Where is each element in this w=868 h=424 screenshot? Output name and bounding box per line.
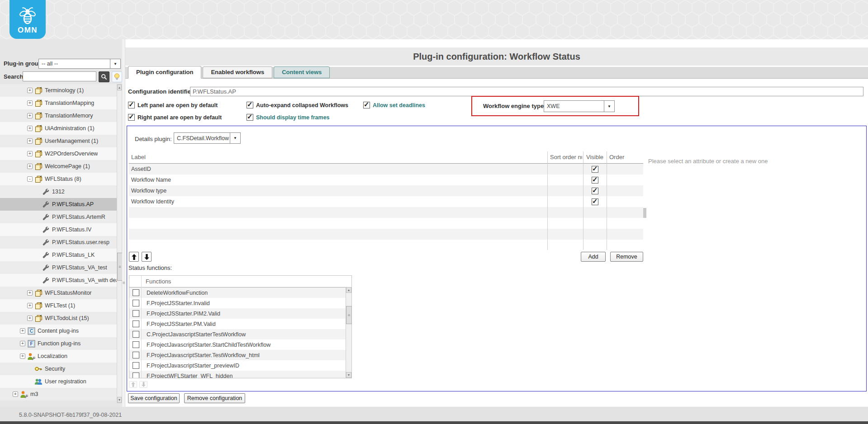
tree-item[interactable]: +CContent plug-ins	[0, 325, 117, 337]
scroll-down-icon[interactable]: ▼	[117, 397, 122, 403]
move-up-button-disabled[interactable]	[129, 381, 137, 388]
tree-item[interactable]: P.WFLStatus.AP	[0, 198, 117, 211]
move-down-button-disabled[interactable]	[139, 381, 147, 388]
function-checkbox[interactable]	[133, 289, 139, 296]
tab-enabled-workflows[interactable]: Enabled workflows	[203, 66, 272, 78]
tree-item[interactable]: +UiAdministration (1)	[0, 122, 117, 135]
table-row[interactable]: F.ProjectWFLStarter_WFL_hidden	[129, 371, 346, 378]
move-up-button[interactable]	[129, 252, 139, 262]
table-row[interactable]: AssetID	[129, 164, 643, 174]
tree-item[interactable]: P.WFLStatus.ArtemR	[0, 211, 117, 223]
expand-icon[interactable]: +	[20, 341, 25, 346]
tree-item[interactable]: P.WFLStatus_VA_test	[0, 261, 117, 274]
table-row[interactable]: Workflow Name	[129, 174, 643, 185]
search-button[interactable]	[99, 71, 109, 82]
expand-icon[interactable]: +	[27, 151, 33, 156]
panel-splitter[interactable]: ≡	[122, 39, 125, 407]
scroll-up-icon[interactable]: ▲	[346, 287, 351, 293]
tree-item[interactable]: +Localization	[0, 350, 117, 363]
collapse-icon[interactable]: -	[27, 176, 33, 182]
scrollbar-thumb[interactable]: ≡	[346, 306, 352, 324]
hint-button[interactable]	[112, 71, 122, 82]
functions-scrollbar[interactable]: ▲ ≡ ▼	[346, 287, 351, 378]
tree-item[interactable]: -WFLStatus (8)	[0, 173, 117, 185]
workflow-engine-select[interactable]: XWE ▼	[544, 100, 615, 112]
expand-icon[interactable]: +	[20, 353, 25, 359]
expand-icon[interactable]: +	[27, 113, 33, 118]
expand-icon[interactable]: +	[27, 316, 33, 321]
tree-item[interactable]: +WFLStatusMonitor	[0, 287, 117, 299]
tree-item[interactable]: +UserManagement (1)	[0, 135, 117, 147]
checkbox[interactable]	[247, 114, 253, 121]
function-checkbox[interactable]	[133, 362, 139, 369]
tree-item[interactable]: P.WFLStatus.user.resp	[0, 236, 117, 249]
chevron-down-icon[interactable]: ▼	[230, 133, 240, 143]
function-checkbox[interactable]	[133, 372, 139, 378]
expand-icon[interactable]: +	[20, 328, 25, 334]
tab-plugin-configuration[interactable]: Plugin configuration	[128, 66, 201, 79]
tab-content-views[interactable]: Content views	[274, 66, 330, 78]
chevron-down-icon[interactable]: ▼	[604, 101, 614, 112]
expand-icon[interactable]: +	[27, 290, 33, 296]
expand-icon[interactable]: +	[13, 391, 18, 397]
checkbox[interactable]	[128, 114, 135, 121]
save-configuration-button[interactable]: Save configuration	[128, 393, 180, 403]
add-button[interactable]: Add	[581, 252, 606, 262]
configuration-identifier-input[interactable]	[190, 87, 863, 96]
expand-icon[interactable]: +	[27, 100, 33, 106]
checkbox[interactable]	[363, 102, 370, 108]
visible-checkbox[interactable]	[592, 177, 598, 184]
remove-button[interactable]: Remove	[610, 252, 643, 262]
expand-icon[interactable]: +	[27, 164, 33, 169]
checkbox[interactable]	[247, 102, 253, 108]
table-row[interactable]: C.ProjectJavascriptStarterTestWorkflow	[129, 329, 346, 339]
function-checkbox[interactable]	[133, 300, 139, 306]
search-input[interactable]	[23, 71, 96, 81]
plugin-group-select[interactable]: -- all -- ▼	[38, 59, 121, 69]
function-checkbox[interactable]	[133, 320, 139, 327]
tree-item[interactable]: User registration	[0, 375, 117, 388]
table-row[interactable]: F.ProjectJSStarter.Invalid	[129, 298, 346, 308]
tree-item[interactable]: +TranslationMapping	[0, 97, 117, 109]
table-row[interactable]: F.ProjectJavascriptStarter_previewID	[129, 360, 346, 371]
move-down-button[interactable]	[142, 252, 152, 262]
details-plugin-select[interactable]: C.FSDetail.Workflow ▼	[174, 132, 241, 144]
tree-item[interactable]: +m3	[0, 388, 117, 400]
tree-item[interactable]: P.WFLStatus.IV	[0, 223, 117, 236]
checkbox[interactable]	[128, 102, 135, 108]
tree-item[interactable]: +WFLTodoList (15)	[0, 312, 117, 325]
visible-checkbox[interactable]	[592, 198, 598, 205]
function-checkbox[interactable]	[133, 310, 139, 317]
scroll-down-icon[interactable]: ▼	[346, 372, 351, 378]
expand-icon[interactable]: +	[27, 138, 33, 144]
tree-item[interactable]: P.WFLStatus_VA_with deadline	[0, 274, 117, 287]
tree-item[interactable]: Security	[0, 363, 117, 375]
remove-configuration-button[interactable]: Remove configuration	[184, 393, 245, 403]
tree-item[interactable]: +WelcomePage (1)	[0, 160, 117, 173]
tree-item[interactable]: +W2POrdersOverview	[0, 147, 117, 160]
expand-icon[interactable]: +	[27, 303, 33, 308]
tree-item[interactable]: +TranslationMemory	[0, 109, 117, 122]
tree-item[interactable]: +FFunction plug-ins	[0, 337, 117, 350]
expand-icon[interactable]: +	[27, 88, 33, 93]
table-row[interactable]: Workflow Identity	[129, 196, 643, 207]
tree-item[interactable]: P.WFLStatus_LK	[0, 249, 117, 261]
table-row[interactable]: F.ProjectJSStarter.PM.Valid	[129, 319, 346, 329]
function-checkbox[interactable]	[133, 352, 139, 358]
table-row[interactable]: F.ProjectJavascriptStarter.StartChildTes…	[129, 339, 346, 350]
expand-icon[interactable]: +	[27, 126, 33, 131]
visible-checkbox[interactable]	[592, 188, 598, 194]
visible-checkbox[interactable]	[592, 166, 598, 173]
table-row[interactable]: DeleteWorkflowFunction	[129, 287, 346, 298]
chevron-down-icon[interactable]: ▼	[110, 59, 120, 68]
table-row[interactable]: F.ProjectJavascriptStarter.TestWorkflow_…	[129, 350, 346, 360]
tree-item[interactable]: +WFLTest (1)	[0, 299, 117, 312]
table-row[interactable]: Workflow type	[129, 185, 643, 196]
scrollbar-thumb[interactable]	[643, 208, 646, 218]
sidebar-scrollbar[interactable]: ▲ ≡ ▼	[117, 84, 122, 403]
function-checkbox[interactable]	[133, 341, 139, 348]
tree-item[interactable]: +Terminology (1)	[0, 84, 117, 97]
scroll-up-icon[interactable]: ▲	[117, 85, 122, 90]
function-checkbox[interactable]	[133, 331, 139, 338]
table-row[interactable]: F.ProjectJSStarter.PIM2.Valid	[129, 308, 346, 319]
